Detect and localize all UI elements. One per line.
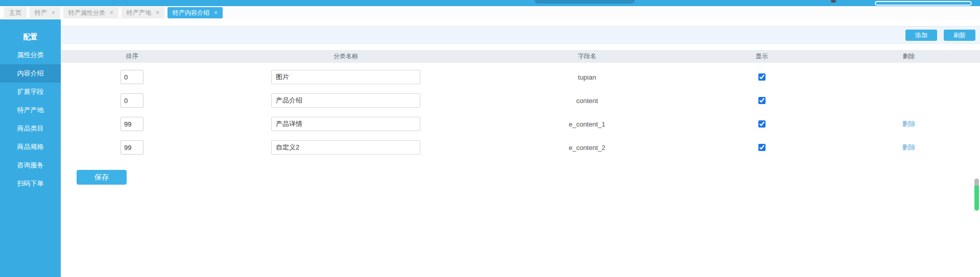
column-header-field-name: 字段名 [488, 52, 686, 61]
header-icon-fragment [831, 0, 836, 3]
app-window: 主页 特产 × 特产属性分类 × 特产产地 × 特产内容介绍 × 配置 属性分类… [0, 0, 980, 277]
field-name-value: content [576, 97, 598, 105]
tab-label: 特产产地 [127, 9, 151, 17]
sidebar-item-product-spec[interactable]: 商品规格 [0, 138, 61, 156]
sort-input[interactable] [121, 117, 144, 131]
tab-origin[interactable]: 特产产地 × [122, 7, 164, 18]
sidebar-item-attribute-category[interactable]: 属性分类 [0, 46, 61, 64]
close-icon[interactable]: × [52, 10, 55, 16]
sort-input[interactable] [121, 140, 144, 155]
table-row: content [61, 89, 980, 112]
toolbar: 添加 刷新 [61, 26, 980, 44]
field-name-value: tupian [578, 73, 596, 81]
category-name-input[interactable] [271, 70, 420, 84]
category-name-input[interactable] [271, 140, 420, 155]
visible-checkbox[interactable] [758, 97, 766, 104]
tab-label: 特产内容介绍 [173, 9, 209, 17]
close-icon[interactable]: × [156, 10, 159, 16]
tab-label: 主页 [9, 9, 21, 17]
tab-techan[interactable]: 特产 × [30, 7, 60, 18]
header-button-fragment[interactable] [875, 1, 972, 6]
column-header-category-name: 分类名称 [203, 52, 488, 61]
category-name-input[interactable] [271, 117, 420, 131]
tab-bar: 主页 特产 × 特产属性分类 × 特产产地 × 特产内容介绍 × [0, 6, 980, 19]
table-row: tupian [61, 65, 980, 89]
sidebar-item-scan-order[interactable]: 扫码下单 [0, 174, 61, 193]
tab-content-intro[interactable]: 特产内容介绍 × [168, 7, 223, 18]
close-icon[interactable]: × [110, 10, 113, 16]
column-header-delete: 删除 [838, 52, 980, 61]
sidebar-item-content-intro[interactable]: 内容介绍 [0, 64, 61, 83]
table-body: tupian content e_content_1 删除 [61, 63, 980, 159]
sidebar-header-config: 配置 [0, 28, 61, 46]
tab-attribute-category[interactable]: 特产属性分类 × [63, 7, 118, 18]
scrollbar-green-thumb [974, 186, 979, 211]
sort-input[interactable] [121, 70, 144, 84]
sidebar-item-product-category[interactable]: 商品类目 [0, 119, 61, 138]
main-content: 添加 刷新 排序 分类名称 字段名 显示 删除 tupian content [61, 19, 980, 277]
column-header-visible: 显示 [686, 52, 838, 61]
field-name-value: e_content_2 [569, 144, 606, 152]
refresh-button[interactable]: 刷新 [944, 30, 975, 41]
category-name-input[interactable] [271, 93, 420, 108]
visible-checkbox[interactable] [758, 144, 766, 151]
save-button[interactable]: 保存 [77, 170, 127, 185]
table-row: e_content_1 删除 [61, 112, 980, 136]
table-row: e_content_2 删除 [61, 136, 980, 159]
visible-checkbox[interactable] [758, 120, 766, 128]
top-header-bar [0, 0, 980, 6]
scrollbar-indicator[interactable] [974, 179, 979, 211]
sidebar-item-origin[interactable]: 特产产地 [0, 101, 61, 119]
delete-link[interactable]: 删除 [902, 119, 916, 129]
sidebar: 配置 属性分类 内容介绍 扩展字段 特产产地 商品类目 商品规格 咨询服务 扫码… [0, 19, 61, 277]
tab-label: 特产 [35, 9, 47, 17]
sort-input[interactable] [121, 93, 144, 108]
field-name-value: e_content_1 [569, 120, 606, 128]
delete-link[interactable]: 删除 [902, 143, 916, 152]
tab-label: 特产属性分类 [68, 9, 105, 17]
add-button[interactable]: 添加 [905, 30, 937, 41]
sidebar-item-extended-fields[interactable]: 扩展字段 [0, 83, 61, 101]
tab-home[interactable]: 主页 [4, 7, 27, 18]
table-header-row: 排序 分类名称 字段名 显示 删除 [61, 50, 980, 63]
sidebar-item-consult-service[interactable]: 咨询服务 [0, 156, 61, 174]
column-header-sort: 排序 [61, 52, 203, 61]
visible-checkbox[interactable] [758, 73, 766, 81]
scrollbar-cap [974, 179, 979, 186]
search-box-fragment[interactable] [535, 0, 635, 4]
close-icon[interactable]: × [214, 10, 218, 16]
